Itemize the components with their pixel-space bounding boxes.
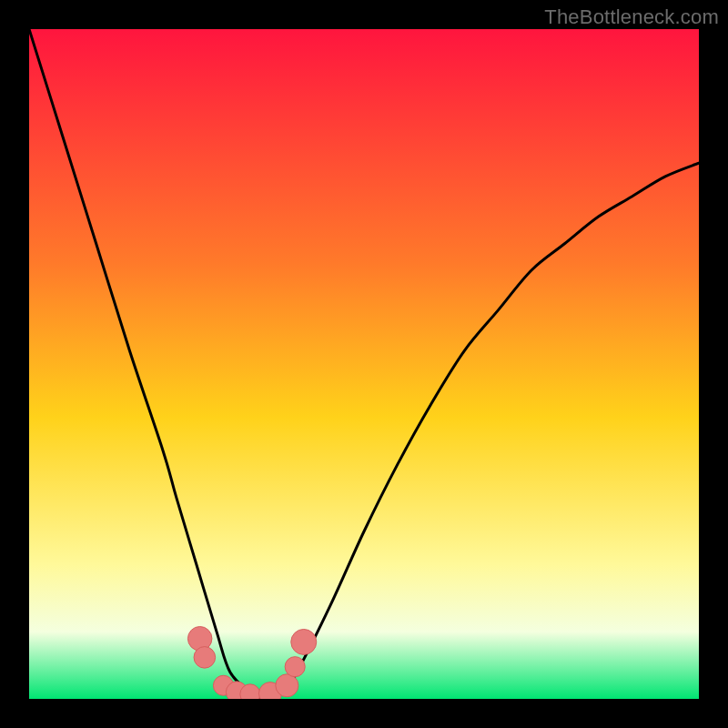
curve-marker [285, 657, 305, 677]
chart-frame: TheBottleneck.com [0, 0, 728, 728]
curve-marker [291, 629, 317, 654]
plot-area [29, 29, 699, 699]
curve-marker [276, 674, 298, 697]
curve-marker [194, 647, 216, 669]
bottleneck-chart [29, 29, 699, 699]
heat-gradient-background [29, 29, 699, 699]
attribution-text: TheBottleneck.com [544, 5, 719, 29]
